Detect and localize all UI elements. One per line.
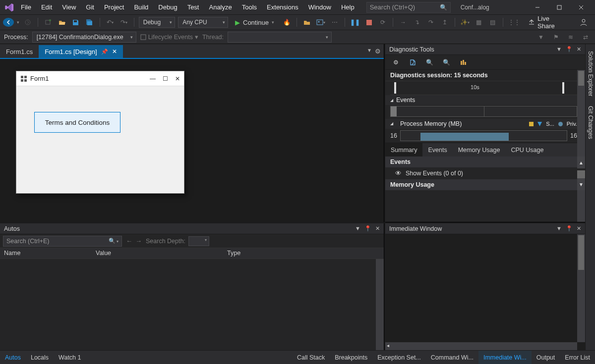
col-name[interactable]: Name	[0, 248, 92, 259]
diag-events-section[interactable]: Events	[385, 95, 585, 105]
process-memory-chart[interactable]: 16 16	[385, 129, 585, 143]
show-next-statement-button[interactable]: →	[398, 17, 409, 28]
new-project-button[interactable]	[43, 17, 54, 28]
scrollbar[interactable]	[376, 259, 384, 350]
toggle-icon[interactable]: ⇄	[580, 32, 591, 43]
bottom-tab-error-list[interactable]: Error List	[560, 351, 595, 364]
panel-close-icon[interactable]: ✕	[577, 225, 581, 232]
panel-dropdown-icon[interactable]: ▼	[556, 46, 562, 52]
menu-edit[interactable]: Edit	[36, 0, 57, 14]
search-prev-icon[interactable]: ←	[126, 237, 132, 245]
menu-test[interactable]: Test	[182, 0, 204, 14]
toolbar-extra-3[interactable]: ▤	[487, 17, 498, 28]
save-button[interactable]	[70, 17, 81, 28]
bottom-tab-breakpoints[interactable]: Breakpoints	[330, 351, 372, 364]
continue-button[interactable]: ▶ Continue ▾	[231, 17, 278, 28]
tab-form1-design[interactable]: Form1.cs [Design] 📌 ✕	[39, 45, 122, 58]
hot-reload-button[interactable]: 🔥	[281, 17, 292, 28]
maximize-button[interactable]	[548, 0, 570, 15]
panel-dropdown-icon[interactable]: ▼	[556, 225, 562, 232]
open-file-button[interactable]	[57, 17, 67, 28]
menu-help[interactable]: Help	[336, 0, 359, 14]
events-track[interactable]	[390, 106, 577, 117]
nav-forward-button[interactable]	[22, 17, 33, 28]
immediate-textarea[interactable]	[385, 234, 585, 350]
toolbar-extra-2[interactable]: ▦	[474, 17, 484, 28]
filter-icon[interactable]: ▼	[536, 32, 546, 43]
panel-pin-icon[interactable]: 📍	[364, 225, 371, 232]
bottom-tab-locals[interactable]: Locals	[26, 351, 54, 364]
diag-tab-events[interactable]: Events	[422, 143, 452, 156]
toolbar-icon[interactable]: ⋯	[329, 17, 340, 28]
panel-dropdown-icon[interactable]: ▼	[355, 225, 360, 232]
col-type[interactable]: Type	[223, 248, 384, 259]
git-changes-tab[interactable]: Git Changes	[587, 104, 595, 141]
panel-close-icon[interactable]: ✕	[375, 225, 380, 232]
account-icon[interactable]	[578, 17, 589, 28]
autos-search-input[interactable]: Search (Ctrl+E) 🔍	[3, 236, 122, 247]
close-tab-icon[interactable]: ✕	[112, 48, 117, 55]
diag-tab-memory-usage[interactable]: Memory Usage	[453, 143, 506, 156]
show-events-link[interactable]: 👁Show Events (0 of 0)	[385, 167, 585, 179]
designer-surface[interactable]: Form1 — ☐ ✕ Terms and Conditions	[0, 58, 384, 222]
scrollbar[interactable]	[577, 70, 585, 222]
diag-tab-summary[interactable]: Summary	[385, 143, 422, 156]
pin-icon[interactable]: 📌	[101, 49, 108, 55]
search-depth-select[interactable]	[188, 236, 209, 246]
minimize-button[interactable]	[527, 0, 548, 15]
image-icon[interactable]: ▾	[315, 17, 326, 28]
thread-select[interactable]	[228, 32, 332, 43]
redo-button[interactable]: ↷ ▾	[119, 17, 129, 28]
global-search-input[interactable]: Search (Ctrl+Q) 🔍	[366, 2, 451, 13]
stack-icon[interactable]: ≋	[565, 32, 576, 43]
menu-analyze[interactable]: Analyze	[204, 0, 237, 14]
scroll-up-icon[interactable]: ▲	[577, 156, 585, 168]
bottom-tab-autos[interactable]: Autos	[0, 351, 26, 364]
close-button[interactable]	[570, 0, 592, 15]
toolbar-extra-1[interactable]: ✨▾	[460, 17, 471, 28]
diag-tab-cpu-usage[interactable]: CPU Usage	[505, 143, 549, 156]
process-select[interactable]: [12784] ConfirmationDialog.exe	[32, 32, 136, 43]
step-out-button[interactable]: ↥	[439, 17, 450, 28]
live-share-button[interactable]: Live Share	[523, 15, 570, 30]
tab-overflow-icon[interactable]: ▼	[367, 48, 372, 55]
pause-button[interactable]: ❚❚	[350, 17, 360, 28]
solution-platform-select[interactable]: Any CPU	[178, 17, 228, 28]
search-next-icon[interactable]: →	[135, 237, 142, 245]
scrollbar[interactable]	[577, 234, 585, 342]
bottom-tab-watch-1[interactable]: Watch 1	[54, 351, 86, 364]
diag-settings-icon[interactable]: ⚙	[390, 57, 401, 68]
diag-reset-icon[interactable]	[458, 57, 469, 68]
zoom-in-icon[interactable]: 🔍	[424, 57, 435, 68]
menu-git[interactable]: Git	[81, 0, 99, 14]
diag-export-icon[interactable]	[407, 57, 418, 68]
menu-file[interactable]: File	[16, 0, 36, 14]
bottom-tab-output[interactable]: Output	[532, 351, 560, 364]
undo-button[interactable]: ↶ ▾	[105, 17, 116, 28]
tab-settings-icon[interactable]: ⚙	[375, 48, 381, 55]
scrollbar-horizontal[interactable]	[385, 342, 577, 350]
save-all-button[interactable]	[84, 17, 95, 28]
col-value[interactable]: Value	[92, 248, 223, 259]
bottom-tab-exception-set-[interactable]: Exception Set...	[372, 351, 426, 364]
menu-view[interactable]: View	[57, 0, 81, 14]
menu-extensions[interactable]: Extensions	[262, 0, 303, 14]
stop-button[interactable]	[363, 17, 374, 28]
solution-explorer-tab[interactable]: Solution Explorer	[587, 49, 595, 98]
step-into-button[interactable]: ↴	[412, 17, 422, 28]
bottom-tab-command-wi-[interactable]: Command Wi...	[426, 351, 478, 364]
diag-timeline[interactable]: 10s	[390, 81, 577, 95]
scroll-down-icon[interactable]: ▼	[577, 178, 585, 190]
lifecycle-events-button[interactable]: Lifecycle Events ▾	[140, 33, 198, 41]
menu-build[interactable]: Build	[129, 0, 153, 14]
tab-form1-cs[interactable]: Form1.cs	[0, 45, 39, 58]
flag-icon[interactable]: ⚑	[550, 32, 561, 43]
panel-pin-icon[interactable]: 📍	[566, 46, 573, 52]
browse-icon[interactable]	[301, 17, 312, 28]
panel-pin-icon[interactable]: 📍	[566, 225, 573, 232]
restart-button[interactable]: ⟳	[377, 17, 388, 28]
step-over-button[interactable]: ↷	[425, 17, 436, 28]
diag-pm-section[interactable]: Process Memory (MB) S... Priv...	[385, 119, 585, 129]
menu-window[interactable]: Window	[303, 0, 336, 14]
zoom-out-icon[interactable]: 🔍	[441, 57, 452, 68]
